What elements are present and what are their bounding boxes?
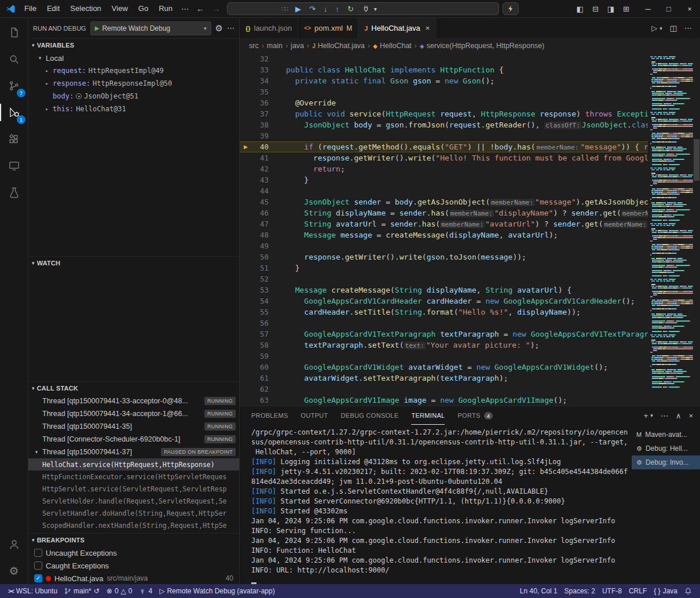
code-line-34[interactable]: 34 private static final Gson gson = new … <box>240 75 648 86</box>
maximize-panel-icon[interactable]: ∧ <box>676 411 681 420</box>
panel-tab-ports[interactable]: PORTS4 <box>457 406 493 425</box>
code-line-41[interactable]: 41 response.getWriter().write("Hello! Th… <box>240 152 648 163</box>
notifications-item[interactable] <box>681 584 695 598</box>
call-stack-header[interactable]: ▾ CALL STACK <box>28 382 239 395</box>
step-over-button[interactable]: ↷ <box>309 5 316 13</box>
sync-icon[interactable]: ↺ <box>94 587 100 595</box>
close-button[interactable]: × <box>679 0 700 17</box>
code-line-62[interactable]: 62 <box>240 384 648 395</box>
remote-indicator[interactable]: >< WSL: Ubuntu <box>5 584 61 598</box>
stack-frame[interactable]: ServletHolder.handle(Request,ServletRequ… <box>28 495 239 507</box>
code-line-47[interactable]: 47 String avatarUrl = sender.has(memberN… <box>240 218 648 229</box>
terminal-profile-chevron-icon[interactable]: ▾ <box>650 413 653 418</box>
breakpoint-checkbox[interactable]: ✓ <box>34 574 42 582</box>
code-line-32[interactable]: 32 <box>240 53 648 64</box>
code-line-42[interactable]: 42 return; <box>240 163 648 174</box>
sidebar-item-search[interactable] <box>0 46 28 72</box>
callstack-thread[interactable]: Thread [qtp1500079441-33-acceptor-0@48..… <box>28 395 239 407</box>
code-area[interactable]: 3233public class HelloChat implements Ht… <box>240 53 648 406</box>
editor-scrollbar[interactable] <box>693 53 700 406</box>
run-options-chevron-icon[interactable]: ▾ <box>659 25 662 31</box>
sidebar-item-source-control[interactable]: 7 <box>0 72 28 99</box>
code-line-52[interactable]: 52 <box>240 274 648 285</box>
lightning-button[interactable] <box>503 2 519 15</box>
variables-scope-local[interactable]: ▾Local <box>28 52 239 64</box>
code-line-56[interactable]: 56 <box>240 318 648 329</box>
tab-launch.json[interactable]: {}launch.json <box>240 18 298 38</box>
restart-button[interactable]: ↻ <box>347 5 354 13</box>
menu-run[interactable]: Run <box>153 2 178 15</box>
tab-pom.xml[interactable]: <>pom.xmlM <box>298 18 358 38</box>
menu-edit[interactable]: Edit <box>42 2 65 15</box>
variable-response[interactable]: ▸response:HttpResponseImpl@50 <box>28 77 239 90</box>
encoding-item[interactable]: UTF-8 <box>599 584 625 598</box>
panel-more-actions-icon[interactable]: ⋯ <box>661 411 668 420</box>
menu-overflow-icon[interactable]: ⋯ <box>178 5 192 13</box>
open-launch-json-button[interactable]: ⚙ <box>215 23 223 34</box>
customize-layout-icon[interactable]: ⊞ <box>623 5 629 13</box>
step-out-button[interactable]: ↑ <box>335 5 339 13</box>
code-line-39[interactable]: 39 <box>240 130 648 141</box>
code-line-44[interactable]: 44 <box>240 185 648 196</box>
tab-HelloChat.java[interactable]: JHelloChat.java× <box>358 18 436 38</box>
debug-options-chevron-icon[interactable]: ▾ <box>374 6 377 12</box>
breadcrumb-item[interactable]: src <box>249 42 259 50</box>
sidebar-item-explorer[interactable] <box>0 19 28 46</box>
toggle-primary-sidebar-icon[interactable]: ◧ <box>577 5 584 13</box>
git-branch-item[interactable]: main* ↺ <box>61 584 103 598</box>
lazy-eval-eye-icon[interactable] <box>76 93 82 99</box>
code-line-37[interactable]: 37 public void service(HttpRequest reque… <box>240 108 648 119</box>
code-line-55[interactable]: 55 cardHeader.setTitle(String.format("He… <box>240 307 648 318</box>
stack-frame[interactable]: HelloChat.service(HttpRequest,HttpRespon… <box>28 458 239 471</box>
stack-frame[interactable]: ServletHandler.doHandle(String,Request,H… <box>28 507 239 519</box>
callstack-thread[interactable]: Thread [qtp1500079441-34-acceptor-1@66..… <box>28 407 239 420</box>
editor-more-actions-icon[interactable]: ⋯ <box>684 24 692 32</box>
code-line-60[interactable]: 60 GoogleAppsCardV1Widget avatarWidget =… <box>240 362 648 373</box>
close-panel-icon[interactable]: × <box>688 411 693 420</box>
ports-item[interactable]: 4 <box>135 584 156 598</box>
code-line-43[interactable]: 43 } <box>240 174 648 185</box>
stack-frame[interactable]: HttpServlet.service(ServletRequest,Servl… <box>28 483 239 495</box>
breadcrumb-item[interactable]: ◈service(HttpRequest, HttpResponse) <box>420 42 544 50</box>
code-line-48[interactable]: 48 Message message = createMessage(displ… <box>240 229 648 240</box>
code-line-50[interactable]: 50 response.getWriter().write(gson.toJso… <box>240 251 648 262</box>
panel-tab-output[interactable]: OUTPUT <box>301 406 328 425</box>
breakpoint-item[interactable]: Uncaught Exceptions <box>28 546 239 559</box>
code-line-45[interactable]: 45 JsonObject sender = body.getAsJsonObj… <box>240 196 648 207</box>
code-line-40[interactable]: ▶40 if (request.getMethod().equals("GET"… <box>240 141 648 152</box>
watch-header[interactable]: ▾ WATCH <box>28 257 239 269</box>
menu-selection[interactable]: Selection <box>65 2 106 15</box>
toggle-panel-icon[interactable]: ⊟ <box>592 5 599 13</box>
close-icon[interactable]: × <box>426 24 430 32</box>
start-debug-icon[interactable]: ▶ <box>95 25 100 31</box>
toggle-secondary-sidebar-icon[interactable]: ◨ <box>607 5 614 13</box>
terminal-list-item[interactable]: ⚙Debug: Hell... <box>632 442 700 455</box>
terminal-list-item[interactable]: MMaven-avat... <box>632 428 700 442</box>
settings-button[interactable]: ⚙ <box>0 557 28 584</box>
minimap[interactable] <box>648 53 693 406</box>
debug-status-item[interactable]: ▷ Remote Watch Debug (avatar-app) <box>156 584 278 598</box>
callstack-thread[interactable]: Thread [Connector-Scheduler-6920b0bc-1]R… <box>28 433 239 446</box>
debug-configuration-dropdown[interactable]: ▶ Remote Watch Debug ▾ <box>90 21 211 35</box>
cursor-position-item[interactable]: Ln 40, Col 1 <box>516 584 561 598</box>
code-line-59[interactable]: 59 <box>240 351 648 362</box>
terminal-list-item[interactable]: ⚙Debug: Invo... <box>632 455 700 469</box>
menu-file[interactable]: File <box>19 2 42 15</box>
problems-item[interactable]: ⊗ 0 △ 0 <box>103 584 136 598</box>
run-java-button[interactable]: ▷ <box>651 24 657 32</box>
breakpoints-header[interactable]: ▾ BREAKPOINTS <box>28 534 239 546</box>
breakpoint-checkbox[interactable] <box>34 561 42 570</box>
code-line-38[interactable]: 38 JsonObject body = gson.fromJson(reque… <box>240 119 648 130</box>
breadcrumb-item[interactable]: ◆HelloChat <box>373 42 412 50</box>
code-line-61[interactable]: 61 avatarWidget.setTextParagraph(textPar… <box>240 373 648 384</box>
command-center[interactable]: ∷∷ ▶ ↷ ↓ ↑ ↻ ▾ <box>227 2 499 15</box>
breakpoint-item[interactable]: Caught Exceptions <box>28 559 239 572</box>
continue-button[interactable]: ▶ <box>295 5 301 13</box>
split-editor-button[interactable]: ◫ <box>670 24 677 32</box>
sidebar-item-testing[interactable] <box>0 179 28 206</box>
new-terminal-button[interactable]: + <box>644 411 648 420</box>
stack-frame[interactable]: ScopedHandler.nextHandle(String,Request,… <box>28 519 239 531</box>
debug-toolbar-grip[interactable]: ∷∷ <box>281 5 287 13</box>
views-more-actions-icon[interactable]: ⋯ <box>227 24 234 32</box>
code-line-63[interactable]: 63 GoogleAppsCardV1Image image = new Goo… <box>240 395 648 406</box>
